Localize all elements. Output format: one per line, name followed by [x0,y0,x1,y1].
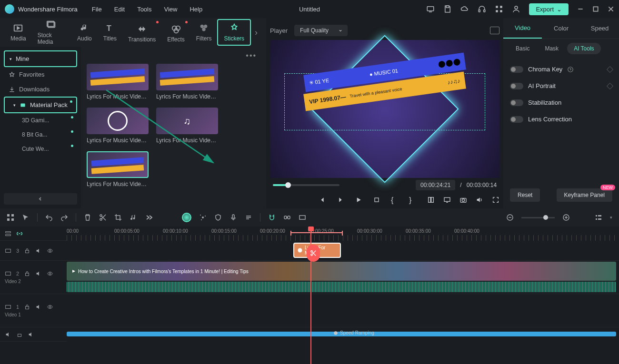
audio-waveform[interactable] [67,282,616,292]
undo-icon[interactable] [45,214,53,221]
view-mode-icon[interactable] [595,214,602,221]
display-icon[interactable] [443,196,451,204]
tracks-icon[interactable] [5,230,11,237]
lock-icon[interactable] [24,247,30,254]
lock-icon[interactable] [24,304,30,310]
sidebar-material-pack[interactable]: ▾Material Pack [4,97,77,113]
volume-icon[interactable] [476,196,483,204]
account-icon[interactable] [512,5,520,13]
zoom-out-icon[interactable] [506,214,514,221]
preview-video[interactable]: ✳ 01 YE● MUSIC 01 VIP 1998.07—Travel wit… [270,40,499,178]
stop-icon[interactable] [373,196,380,204]
sidebar-collapse[interactable] [4,193,77,205]
thumb-item[interactable]: Lyrics For Music Video... [156,64,218,100]
maximize-icon[interactable] [592,6,599,12]
menu-edit[interactable]: Edit [114,6,125,13]
cloud-icon[interactable] [460,5,469,13]
lock-icon[interactable] [24,270,30,277]
rtab-color[interactable]: Color [542,18,580,39]
mute-icon[interactable] [35,304,42,310]
video-clip[interactable]: How to Create Creative Intros with Filmo… [67,262,616,281]
track-3-header[interactable]: 3 [0,241,67,261]
toggle-stabilization[interactable] [510,99,523,106]
mute-icon[interactable] [35,247,42,254]
crop-icon[interactable] [114,214,122,221]
save-icon[interactable] [443,5,452,13]
tabs-more-icon[interactable]: › [251,28,261,38]
track-1-header[interactable]: 1 Video 1 [0,294,67,327]
rtab-speed[interactable]: Speed [580,18,619,39]
menu-tools[interactable]: Tools [137,6,151,13]
mic-icon[interactable] [230,214,237,221]
link-icon[interactable] [283,214,291,221]
tab-stock-media[interactable]: Stock Media [32,17,71,48]
subtab-basic[interactable]: Basic [509,43,536,54]
link-tracks-icon[interactable] [16,230,23,237]
range-marker[interactable] [290,232,343,239]
thumb-item-selected[interactable]: Lyrics For Music Video... [87,151,149,187]
zoom-in-icon[interactable] [562,214,570,221]
next-frame-icon[interactable] [337,196,344,204]
mark-in-icon[interactable]: { [391,196,399,204]
track-2-header[interactable]: 2 Video 2 [0,261,67,294]
track-3[interactable]: Lyrics For Mu... [67,241,619,261]
track-1[interactable]: Speed Ramping [67,294,619,327]
sidebar-downloads[interactable]: Downloads [4,82,77,97]
tab-effects[interactable]: Effects [161,19,190,46]
mark-out-icon[interactable]: } [409,196,417,204]
tab-titles[interactable]: TTitles [98,20,122,45]
menu-view[interactable]: View [164,6,177,13]
snapshot-mode-icon[interactable] [490,27,499,34]
render-indicator-icon[interactable] [182,213,191,222]
marker-icon[interactable] [245,214,252,221]
device-icon[interactable] [426,5,435,13]
thumb-item[interactable]: Lyrics For Music Video... [87,108,149,144]
layout-icon[interactable] [427,196,435,204]
quality-select[interactable]: Full Quality [294,25,348,36]
sidebar-sub-8bit[interactable]: 8 Bit Ga... [4,128,77,142]
headphones-icon[interactable] [478,5,486,13]
apps-icon[interactable] [495,5,503,13]
toggle-ai-portrait[interactable] [510,83,523,89]
time-ruler[interactable]: 00:00 00:00:05:00 00:00:10:00 00:00:15:0… [67,226,619,241]
sidebar-sub-cute[interactable]: Cute We... [4,142,77,156]
menu-help[interactable]: Help [190,6,202,13]
thumb-item[interactable]: Lyrics For Music Video... [87,64,149,100]
magnet-icon[interactable] [268,214,276,221]
ratio-icon[interactable] [299,214,306,221]
keyframe-panel-button[interactable]: Keyframe PanelNEW [557,188,612,202]
more-tools-icon[interactable] [145,214,152,221]
fullscreen-icon[interactable] [492,196,499,204]
lock-icon[interactable] [16,331,23,338]
rtab-video[interactable]: Video [503,18,542,39]
cursor-icon[interactable] [22,214,30,221]
grid-more-icon[interactable]: ••• [87,50,260,64]
zoom-slider[interactable] [521,217,555,218]
export-button[interactable]: Export⌄ [529,3,569,15]
keyframe-diamond-icon[interactable] [607,82,613,89]
mute-icon[interactable] [35,270,42,277]
play-icon[interactable] [355,196,362,204]
thumb-item[interactable]: Lyrics For Music Video... [156,108,218,144]
eye-icon[interactable] [47,247,53,254]
seek-slider[interactable] [273,184,339,186]
delete-icon[interactable] [84,214,91,221]
split-icon[interactable] [99,214,107,221]
tab-transitions[interactable]: Transitions [122,19,161,46]
tab-media[interactable]: Media [5,20,32,45]
sparkle-icon[interactable] [199,214,207,221]
reset-button[interactable]: Reset [510,188,540,202]
sidebar-mine[interactable]: ▾Mine [4,50,77,67]
subtab-ai-tools[interactable]: AI Tools [567,43,600,54]
track-2[interactable]: How to Create Creative Intros with Filmo… [67,261,619,294]
mute-icon[interactable] [28,331,34,338]
tab-filters[interactable]: Filters [190,20,218,45]
minimize-icon[interactable] [577,6,584,12]
grid-icon[interactable] [7,214,14,221]
menu-file[interactable]: File [92,6,102,13]
sidebar-sub-3d[interactable]: 3D Gami... [4,113,77,128]
redo-icon[interactable] [60,214,68,221]
keyframe-diamond-icon[interactable] [607,66,613,72]
shield-icon[interactable] [214,214,222,221]
help-icon[interactable] [567,66,574,73]
